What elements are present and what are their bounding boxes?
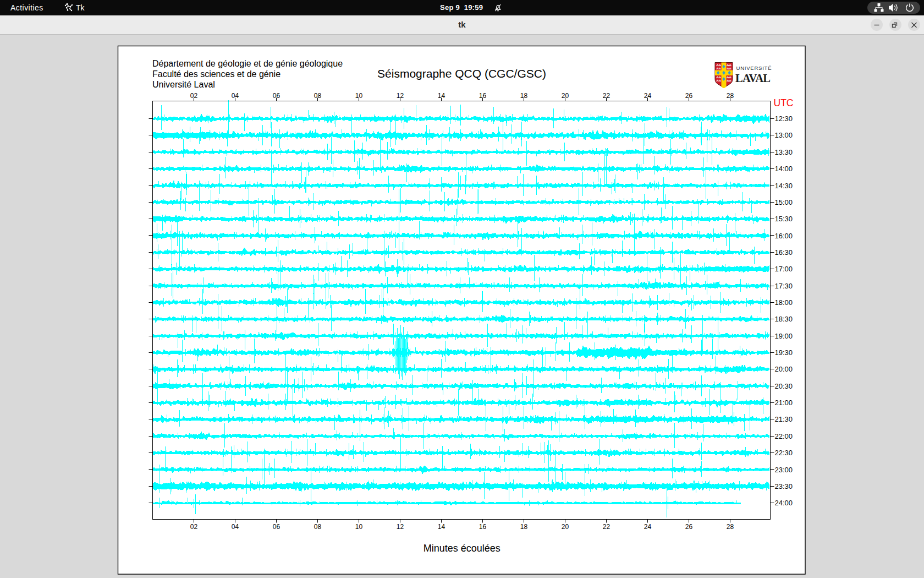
svg-text:15:00: 15:00 [775, 198, 793, 206]
svg-text:12:30: 12:30 [775, 114, 793, 123]
svg-text:18: 18 [520, 523, 528, 531]
svg-text:12: 12 [397, 92, 404, 100]
svg-text:17:30: 17:30 [775, 282, 793, 290]
svg-text:13:30: 13:30 [775, 148, 793, 156]
svg-text:24:00: 24:00 [775, 499, 793, 507]
svg-text:24: 24 [644, 523, 652, 531]
svg-text:Minutes écoulées: Minutes écoulées [424, 543, 501, 554]
svg-text:22: 22 [603, 92, 610, 100]
svg-text:19:00: 19:00 [775, 332, 793, 340]
svg-text:UTC: UTC [774, 97, 794, 108]
svg-text:16: 16 [479, 92, 487, 100]
svg-text:Département de géologie et de: Département de géologie et de génie géol… [152, 59, 343, 68]
svg-text:14: 14 [438, 523, 446, 531]
svg-text:20: 20 [562, 523, 569, 531]
svg-text:14:30: 14:30 [775, 182, 793, 190]
svg-text:22:00: 22:00 [775, 432, 793, 440]
svg-text:10: 10 [355, 92, 363, 100]
svg-text:LAVAL: LAVAL [735, 72, 771, 84]
svg-text:23:30: 23:30 [775, 482, 793, 490]
svg-text:06: 06 [273, 523, 280, 531]
svg-text:04: 04 [232, 92, 239, 100]
svg-text:22:30: 22:30 [775, 449, 793, 457]
svg-text:23:00: 23:00 [775, 466, 793, 474]
svg-text:02: 02 [190, 523, 198, 531]
svg-text:04: 04 [232, 523, 239, 531]
svg-text:15:30: 15:30 [775, 215, 793, 223]
svg-text:24: 24 [644, 92, 652, 100]
svg-text:18: 18 [520, 92, 528, 100]
svg-text:20:30: 20:30 [775, 382, 793, 390]
svg-text:Université Laval: Université Laval [152, 80, 215, 89]
svg-text:21:00: 21:00 [775, 399, 793, 407]
svg-text:Faculté des sciences et de gén: Faculté des sciences et de génie [152, 69, 280, 79]
svg-text:20: 20 [562, 92, 569, 100]
svg-text:18:00: 18:00 [775, 298, 793, 307]
svg-text:14: 14 [438, 92, 446, 100]
svg-text:10: 10 [355, 523, 363, 531]
svg-text:06: 06 [273, 92, 280, 100]
svg-text:16:30: 16:30 [775, 248, 793, 257]
svg-text:13:00: 13:00 [775, 131, 793, 139]
svg-text:26: 26 [685, 523, 693, 531]
svg-text:12: 12 [397, 523, 404, 531]
svg-text:02: 02 [190, 92, 198, 100]
svg-text:UNIVERSITÉ: UNIVERSITÉ [736, 65, 772, 71]
svg-text:14:00: 14:00 [775, 165, 793, 173]
svg-text:19:30: 19:30 [775, 348, 793, 357]
svg-text:28: 28 [727, 523, 734, 531]
svg-text:18:30: 18:30 [775, 315, 793, 323]
svg-text:17:00: 17:00 [775, 265, 793, 273]
svg-text:20:00: 20:00 [775, 365, 793, 373]
svg-text:21:30: 21:30 [775, 415, 793, 423]
svg-text:22: 22 [603, 523, 610, 531]
svg-text:16:00: 16:00 [775, 232, 793, 240]
svg-text:08: 08 [314, 523, 322, 531]
svg-text:28: 28 [727, 92, 734, 100]
svg-text:26: 26 [685, 92, 693, 100]
svg-text:Séismographe QCQ (CGC/GSC): Séismographe QCQ (CGC/GSC) [377, 67, 546, 80]
svg-text:08: 08 [314, 92, 322, 100]
svg-text:16: 16 [479, 523, 487, 531]
